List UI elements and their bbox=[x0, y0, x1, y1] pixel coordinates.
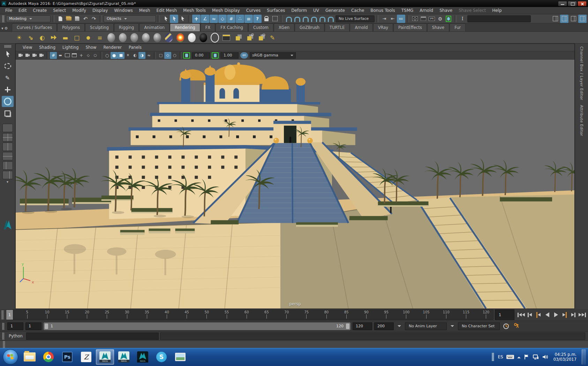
snap-to-projected-center-icon[interactable] bbox=[310, 15, 318, 23]
layout-persp-outliner-icon[interactable] bbox=[2, 161, 13, 170]
helpline-grip[interactable] bbox=[3, 341, 5, 348]
slate-icon[interactable] bbox=[244, 15, 253, 23]
timeline-tick[interactable]: 35 bbox=[143, 310, 150, 320]
playback-start-field[interactable]: 1 bbox=[7, 322, 23, 330]
render-layers-icon[interactable] bbox=[233, 32, 243, 43]
character-set-select[interactable]: No Character Set bbox=[458, 322, 500, 330]
camera-light-icon[interactable] bbox=[83, 32, 93, 43]
modeling-toolkit-toggle-icon[interactable] bbox=[578, 15, 587, 23]
range-slider-bar[interactable]: 1 120 bbox=[44, 322, 350, 330]
make-live-icon[interactable] bbox=[326, 15, 335, 23]
timeline-tick[interactable]: 55 bbox=[223, 310, 230, 320]
taskbar-clock[interactable]: 04:25 p.m. 03/03/2017 bbox=[551, 352, 579, 362]
shelf-tab[interactable]: TURTLE bbox=[325, 23, 349, 31]
go-to-start-button[interactable] bbox=[517, 310, 525, 319]
diamond-snap-icon[interactable] bbox=[218, 15, 227, 23]
shelf-tab[interactable]: Polygons bbox=[57, 23, 85, 31]
layout-four-pane-icon[interactable] bbox=[2, 133, 13, 142]
menubar-item[interactable]: Mesh Display bbox=[209, 7, 243, 14]
timeline-tick[interactable]: 95 bbox=[383, 310, 390, 320]
motion-blur-icon[interactable] bbox=[145, 52, 152, 59]
range-end-handle[interactable] bbox=[346, 323, 349, 329]
menubar-item[interactable]: Display bbox=[89, 7, 111, 14]
timeline-tick[interactable]: 110 bbox=[443, 310, 450, 320]
menubar-item[interactable]: Windows bbox=[111, 7, 136, 14]
layout-more-button[interactable]: ▾ bbox=[7, 180, 8, 184]
shelf-tab[interactable]: Sculpting bbox=[85, 23, 114, 31]
timeline-tick[interactable]: 100 bbox=[403, 310, 410, 320]
time-slider[interactable]: 1 5 10 15 bbox=[6, 310, 493, 320]
timeline-tick[interactable]: 120 bbox=[483, 310, 490, 320]
rainbow-ramp-icon[interactable] bbox=[175, 32, 186, 43]
timeline-tick[interactable]: 80 bbox=[323, 310, 330, 320]
menubar-item[interactable]: Edit Mesh bbox=[153, 7, 180, 14]
rangeslider-grip[interactable] bbox=[2, 323, 5, 330]
gamma-icon[interactable] bbox=[212, 52, 219, 59]
selection-mask-select[interactable]: Objects bbox=[104, 15, 156, 22]
shelf-tab[interactable]: PaintEffects bbox=[393, 23, 427, 31]
xray-icon[interactable] bbox=[164, 52, 171, 59]
menubar-item[interactable]: Select bbox=[50, 7, 69, 14]
timeline-tick[interactable]: 45 bbox=[183, 310, 190, 320]
shelf-tab[interactable]: GoZBrush bbox=[295, 23, 324, 31]
menubar-item[interactable]: Surfaces bbox=[264, 7, 288, 14]
save-scene-icon[interactable] bbox=[73, 15, 81, 23]
view-transform-select[interactable]: sRGB gamma bbox=[250, 52, 296, 59]
menubar-item[interactable]: Bonus Tools bbox=[367, 7, 398, 14]
menubar-item[interactable]: Mesh Tools bbox=[180, 7, 209, 14]
curve-points-icon[interactable] bbox=[210, 15, 218, 23]
screen-ao-icon[interactable] bbox=[138, 52, 145, 59]
sidebar-tab[interactable]: Attribute Editor bbox=[579, 105, 584, 136]
zbrush[interactable]: Z bbox=[77, 349, 95, 365]
menubar-item[interactable]: Arnold bbox=[416, 7, 436, 14]
ambient-light-icon[interactable] bbox=[37, 32, 47, 43]
action-center-flag-icon[interactable] bbox=[524, 354, 529, 360]
bookmark-icon[interactable] bbox=[38, 52, 45, 59]
menubar-item[interactable]: Edit bbox=[15, 7, 30, 14]
show-hidden-icons-button[interactable] bbox=[517, 355, 521, 358]
menubar-item[interactable]: File bbox=[2, 7, 15, 14]
animation-start-field[interactable]: 1 bbox=[25, 322, 42, 330]
wireframe-icon[interactable] bbox=[104, 52, 111, 59]
paint-select-tool-icon[interactable] bbox=[2, 72, 14, 83]
shelf-tab[interactable]: Rigging bbox=[114, 23, 139, 31]
shelf-tab[interactable]: XGen bbox=[274, 23, 294, 31]
shelf-tab[interactable]: Custom bbox=[248, 23, 273, 31]
select-hierarchy-icon[interactable] bbox=[161, 15, 170, 23]
tray-grip[interactable] bbox=[492, 353, 494, 361]
ramp-shader-icon[interactable] bbox=[164, 32, 174, 43]
panel-menu-item[interactable]: View bbox=[19, 44, 36, 51]
hypershade-icon[interactable] bbox=[221, 32, 232, 43]
quick-input-field[interactable] bbox=[467, 15, 531, 22]
raise-panels-icon[interactable] bbox=[551, 15, 559, 23]
textured-icon[interactable] bbox=[118, 52, 125, 59]
output-connections-icon[interactable] bbox=[389, 15, 397, 23]
shelf-tab[interactable]: VRay bbox=[373, 23, 393, 31]
standard-material-icon[interactable] bbox=[106, 32, 116, 43]
remove-material-icon[interactable] bbox=[244, 32, 255, 43]
material-attributes-icon[interactable] bbox=[256, 32, 266, 43]
render-settings-icon[interactable] bbox=[436, 15, 444, 23]
layout-two-horizontal-icon[interactable] bbox=[2, 152, 13, 160]
area-light-icon[interactable] bbox=[60, 32, 70, 43]
shelf-tab[interactable]: Curves / Surfaces bbox=[12, 23, 57, 31]
resolution-gate-icon[interactable] bbox=[64, 52, 71, 59]
panel-menu-item[interactable]: Panels bbox=[125, 44, 145, 51]
select-camera-icon[interactable] bbox=[17, 52, 24, 59]
timeline-tick[interactable]: 60 bbox=[243, 310, 250, 320]
step-forward-frame-button[interactable] bbox=[570, 310, 577, 319]
rotate-tool-icon[interactable] bbox=[2, 96, 14, 107]
timeline-tick[interactable]: 75 bbox=[303, 310, 310, 320]
timeline-tick[interactable]: 50 bbox=[203, 310, 210, 320]
move-tool-icon[interactable] bbox=[2, 84, 14, 95]
show-desktop-button[interactable] bbox=[582, 349, 586, 365]
anisotropic-material-icon[interactable] bbox=[152, 32, 163, 43]
language-indicator[interactable]: ES bbox=[498, 354, 503, 359]
timeline-tick[interactable]: 65 bbox=[263, 310, 270, 320]
isolate-select-icon[interactable] bbox=[157, 52, 164, 59]
menubar-item[interactable]: Help bbox=[489, 7, 505, 14]
attribute-editor-toggle-icon[interactable] bbox=[569, 15, 578, 23]
render-current-frame-icon[interactable] bbox=[419, 15, 428, 23]
grid-icon[interactable] bbox=[50, 52, 57, 59]
menubar-item[interactable]: Modify bbox=[69, 7, 89, 14]
